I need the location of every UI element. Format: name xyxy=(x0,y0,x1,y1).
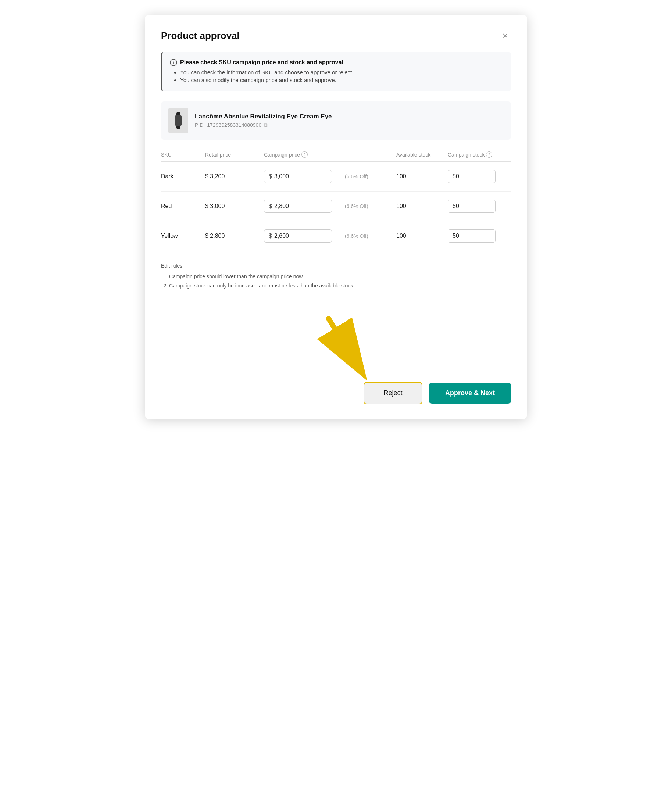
th-campaign-price: Campaign price ? xyxy=(264,152,345,158)
campaign-price-help-icon[interactable]: ? xyxy=(301,152,308,158)
campaign-price-yellow-input[interactable] xyxy=(274,233,311,239)
info-banner-title: i Please check SKU campaign price and st… xyxy=(170,59,504,66)
product-pid: PID: 1729392583314080900 ⧉ xyxy=(195,122,332,128)
sku-dark: Dark xyxy=(161,173,205,180)
reject-button[interactable]: Reject xyxy=(363,382,422,404)
svg-line-3 xyxy=(329,319,362,372)
info-banner: i Please check SKU campaign price and st… xyxy=(161,52,511,91)
info-icon: i xyxy=(170,59,177,66)
campaign-stock-dark-cell xyxy=(448,170,514,183)
product-approval-modal: Product approval × i Please check SKU ca… xyxy=(145,15,527,419)
campaign-price-dark-cell: $ xyxy=(264,170,345,183)
campaign-price-dark-input-wrapper: $ xyxy=(264,170,332,183)
arrow-svg xyxy=(307,311,387,385)
th-sku: SKU xyxy=(161,152,205,158)
approve-next-button[interactable]: Approve & Next xyxy=(429,383,511,403)
campaign-stock-red-cell xyxy=(448,200,514,213)
campaign-price-yellow-cell: $ xyxy=(264,229,345,243)
close-button[interactable]: × xyxy=(499,29,511,42)
th-retail-price: Retail price xyxy=(205,152,264,158)
th-campaign-stock: Campaign stock ? xyxy=(448,152,514,158)
table-row: Dark $ 3,200 $ (6.6% Off) 100 xyxy=(161,162,511,192)
available-stock-red: 100 xyxy=(396,203,448,210)
campaign-stock-dark-input[interactable] xyxy=(448,170,496,183)
retail-price-yellow: $ 2,800 xyxy=(205,233,264,239)
campaign-price-red-input-wrapper: $ xyxy=(264,200,332,213)
sku-table: SKU Retail price Campaign price ? Availa… xyxy=(161,152,511,251)
campaign-stock-yellow-input[interactable] xyxy=(448,229,496,243)
th-available-stock: Available stock xyxy=(396,152,448,158)
campaign-price-dark-input[interactable] xyxy=(274,173,311,180)
available-stock-yellow: 100 xyxy=(396,233,448,239)
sku-yellow: Yellow xyxy=(161,233,205,239)
discount-yellow: (6.6% Off) xyxy=(345,233,396,239)
product-name: Lancôme Absolue Revitalizing Eye Cream E… xyxy=(195,113,332,120)
info-banner-bullets: You can check the information of SKU and… xyxy=(170,69,504,83)
edit-rules: Edit rules: Campaign price should lower … xyxy=(161,261,511,291)
discount-dark: (6.6% Off) xyxy=(345,173,396,179)
campaign-price-red-input[interactable] xyxy=(274,203,311,210)
retail-price-dark: $ 3,200 xyxy=(205,173,264,180)
available-stock-dark: 100 xyxy=(396,173,448,180)
table-row: Yellow $ 2,800 $ (6.6% Off) 100 xyxy=(161,221,511,251)
modal-footer: Reject Approve & Next xyxy=(161,382,511,404)
retail-price-red: $ 3,000 xyxy=(205,203,264,210)
th-discount xyxy=(345,152,396,158)
discount-red: (6.6% Off) xyxy=(345,203,396,209)
campaign-stock-yellow-cell xyxy=(448,229,514,243)
campaign-price-yellow-input-wrapper: $ xyxy=(264,229,332,243)
product-info: Lancôme Absolue Revitalizing Eye Cream E… xyxy=(195,113,332,128)
arrow-annotation xyxy=(161,311,511,378)
copy-pid-icon[interactable]: ⧉ xyxy=(264,122,268,128)
table-header: SKU Retail price Campaign price ? Availa… xyxy=(161,152,511,162)
sku-red: Red xyxy=(161,203,205,210)
product-thumbnail xyxy=(168,108,188,133)
svg-rect-1 xyxy=(175,115,182,126)
product-card: Lancôme Absolue Revitalizing Eye Cream E… xyxy=(161,101,511,140)
campaign-stock-help-icon[interactable]: ? xyxy=(486,152,492,158)
campaign-price-red-cell: $ xyxy=(264,200,345,213)
modal-header: Product approval × xyxy=(161,29,511,42)
table-row: Red $ 3,000 $ (6.6% Off) 100 xyxy=(161,192,511,221)
modal-title: Product approval xyxy=(161,30,240,42)
campaign-stock-red-input[interactable] xyxy=(448,200,496,213)
